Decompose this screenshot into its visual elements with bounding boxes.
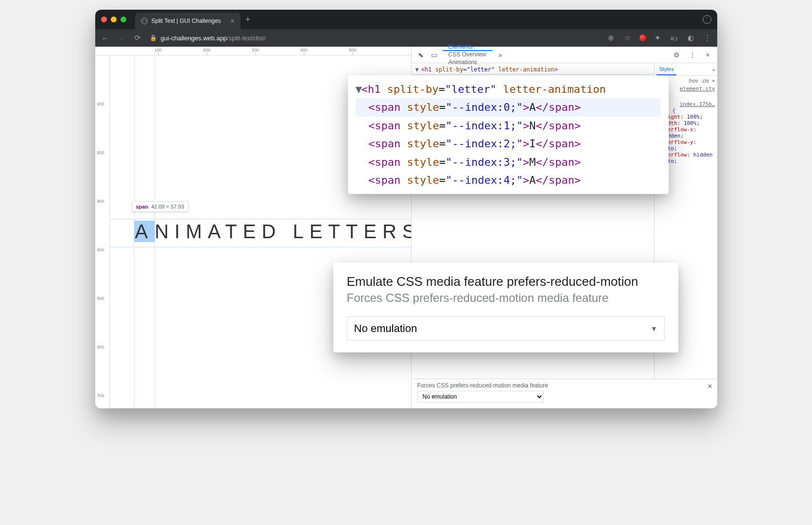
headline-letter: I xyxy=(174,221,186,242)
address-bar[interactable]: 🔒 gui-challenges.web.app/split-text/dist… xyxy=(150,35,266,42)
back-button[interactable]: ← xyxy=(100,34,110,42)
headline-letter: E xyxy=(363,221,382,242)
zoom-render-subtitle: Forces CSS prefers-reduced-motion media … xyxy=(347,291,665,305)
devtools-tabs: ⬉ ▭ ElementsCSS OverviewAnimations » ⚙ ⋮… xyxy=(412,47,717,63)
reading-list-icon[interactable]: ≡♪ xyxy=(670,34,679,42)
devtools-tab-css overview[interactable]: CSS Overview xyxy=(443,51,492,59)
translate-icon[interactable]: ⊕ xyxy=(606,34,616,42)
more-tabs-icon[interactable]: » xyxy=(495,51,506,59)
forward-button[interactable]: → xyxy=(117,34,126,42)
inspect-tooltip: span42.09 × 57.93 xyxy=(132,201,189,212)
inspect-tooltip-size: 42.09 × 57.93 xyxy=(151,204,184,210)
inspect-guide-bottom xyxy=(110,247,411,247)
styles-tab[interactable]: Styles xyxy=(657,63,677,75)
new-tab-button[interactable]: + xyxy=(245,15,251,25)
ruler-vertical: 100200300400500600700800 xyxy=(95,55,110,408)
headline-letter: T xyxy=(328,221,346,242)
ruler-horizontal: 100200300400500 xyxy=(95,47,411,55)
extensions-icon[interactable]: ✦ xyxy=(653,34,663,42)
close-devtools-icon[interactable]: × xyxy=(703,51,713,59)
zoom-render-select[interactable]: No emulation ▼ xyxy=(347,316,665,341)
page-headline: ANIMATED LETTERS xyxy=(134,221,411,243)
styles-more-tabs-icon[interactable]: » xyxy=(712,67,715,72)
close-drawer-icon[interactable]: × xyxy=(708,382,712,391)
zoom-render-select-value: No emulation xyxy=(354,322,417,335)
headline-letter: N xyxy=(155,221,174,242)
devtools-menu-icon[interactable]: ⋮ xyxy=(687,51,698,59)
cls-toggle[interactable]: .cls xyxy=(701,78,709,84)
account-chevron-icon[interactable]: ˇ xyxy=(703,15,711,24)
rendering-drawer: × Forces CSS prefers-reduced-motion medi… xyxy=(412,379,717,408)
inspect-tooltip-tag: span xyxy=(136,204,149,210)
menu-icon[interactable]: ⋮ xyxy=(703,34,712,42)
new-rule-button[interactable]: + xyxy=(712,78,715,84)
zoom-render-panel: Emulate CSS media feature prefers-reduce… xyxy=(333,262,678,352)
zoom-code-panel: ▼<h1 split-by="letter" letter-animation … xyxy=(348,75,669,194)
url-path: /split-text/dist/ xyxy=(227,35,265,42)
browser-window: Split Text | GUI Challenges × + ˇ ← → ⟳ … xyxy=(95,10,717,408)
headline-letter: T xyxy=(225,221,242,242)
headline-letter: S xyxy=(402,221,411,242)
hov-toggle[interactable]: :hov xyxy=(688,78,698,84)
lock-icon: 🔒 xyxy=(150,35,157,41)
tab-title: Split Text | GUI Challenges xyxy=(152,18,221,24)
headline-letter: A xyxy=(208,221,225,242)
headline-letter: D xyxy=(261,221,281,242)
inspect-element-icon[interactable]: ⬉ xyxy=(415,51,426,59)
reload-button[interactable]: ⟳ xyxy=(133,34,143,42)
titlebar: Split Text | GUI Challenges × + ˇ xyxy=(95,10,717,29)
bookmark-icon[interactable]: ☆ xyxy=(623,34,633,42)
close-tab-button[interactable]: × xyxy=(230,17,234,25)
devtools-tab-elements[interactable]: Elements xyxy=(443,43,492,51)
device-toolbar-icon[interactable]: ▭ xyxy=(429,51,440,59)
headline-letter xyxy=(281,221,293,242)
reduced-motion-select[interactable]: No emulation xyxy=(417,391,544,402)
headline-letter: R xyxy=(382,221,402,242)
headline-letter: M xyxy=(186,221,207,242)
headline-letter: A xyxy=(134,221,155,242)
dropdown-caret-icon: ▼ xyxy=(651,325,657,332)
favicon-icon xyxy=(141,18,148,24)
profile-icon[interactable]: ◐ xyxy=(686,34,696,42)
close-window-button[interactable] xyxy=(101,17,107,22)
zoom-render-title: Emulate CSS media feature prefers-reduce… xyxy=(347,274,665,289)
url-host: gui-challenges.web.app xyxy=(161,35,227,42)
headline-letter: E xyxy=(243,221,262,242)
browser-tab[interactable]: Split Text | GUI Challenges × xyxy=(135,13,241,29)
dom-h1-row[interactable]: ▼<h1 split-by="letter" letter-animation> xyxy=(412,65,654,74)
inspect-guide-top xyxy=(110,219,411,219)
extension-icon[interactable] xyxy=(639,35,646,41)
settings-icon[interactable]: ⚙ xyxy=(672,51,682,59)
urlbar: ← → ⟳ 🔒 gui-challenges.web.app/split-tex… xyxy=(95,29,717,47)
headline-letter: E xyxy=(310,221,328,242)
headline-letter: L xyxy=(293,221,309,242)
headline-letter: T xyxy=(346,221,363,242)
window-controls xyxy=(101,17,126,22)
drawer-label: Forces CSS prefers-reduced-motion media … xyxy=(417,382,711,389)
minimize-window-button[interactable] xyxy=(111,17,117,22)
maximize-window-button[interactable] xyxy=(121,17,126,22)
titlebar-right: ˇ xyxy=(703,15,711,24)
